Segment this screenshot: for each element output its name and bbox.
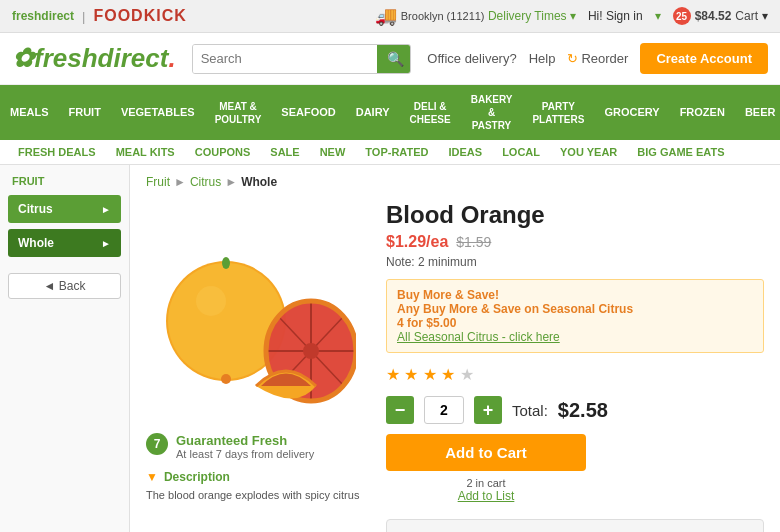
description-title: Description <box>164 470 230 484</box>
buy-more-sub: Any Buy More & Save on Seasonal Citrus <box>397 302 753 316</box>
add-to-list-link[interactable]: Add to List <box>386 489 586 503</box>
office-delivery-link[interactable]: Office delivery? <box>427 51 516 66</box>
svg-point-4 <box>222 257 230 269</box>
product-layout: 7 Guaranteed Fresh At least 7 days from … <box>146 201 764 532</box>
nav-item-party-platters[interactable]: PartyPlatters <box>522 85 594 140</box>
header: ✿freshdirect. 🔍 Office delivery? Help ↻ … <box>0 33 780 85</box>
buy-more-title: Buy More & Save! <box>397 288 753 302</box>
quantity-decrease-button[interactable]: − <box>386 396 414 424</box>
product-stars: ★ ★ ★ ★ ★ <box>386 365 764 384</box>
buy-more-link[interactable]: All Seasonal Citrus - click here <box>397 330 753 344</box>
desc-arrow-icon: ▼ <box>146 470 158 484</box>
subnav-you-year[interactable]: You Year <box>550 140 627 164</box>
subnav-local[interactable]: Local <box>492 140 550 164</box>
nav-item-dairy[interactable]: Dairy <box>346 85 400 140</box>
help-link[interactable]: Help <box>529 51 556 66</box>
star-3: ★ <box>423 366 437 383</box>
nav-item-fruit[interactable]: Fruit <box>59 85 111 140</box>
star-2: ★ <box>404 366 418 383</box>
nav-item-beer[interactable]: Beer <box>735 85 780 140</box>
cart-area[interactable]: 25 $84.52 Cart ▾ <box>673 7 768 25</box>
product-details: Blood Orange $1.29/ea $1.59 Note: 2 mini… <box>386 201 764 532</box>
description-header: ▼ Description <box>146 470 366 484</box>
product-image <box>146 201 366 421</box>
svg-point-11 <box>303 343 319 359</box>
subnav-ideas[interactable]: Ideas <box>439 140 493 164</box>
subnav-sale[interactable]: Sale <box>260 140 309 164</box>
delivery-info: 🚚 Brooklyn (11211) Delivery Times ▾ <box>375 5 576 27</box>
quantity-input[interactable] <box>424 396 464 424</box>
star-5: ★ <box>460 366 474 383</box>
main-nav: Meals Fruit Vegetables Meat &Poultry Sea… <box>0 85 780 140</box>
add-to-cart-button[interactable]: Add to Cart <box>386 434 586 471</box>
guaranteed-badge: 7 <box>146 433 168 455</box>
subnav-new[interactable]: New <box>310 140 356 164</box>
search-bar: 🔍 <box>192 44 412 74</box>
subnav-big-game-eats[interactable]: Big Game Eats <box>627 140 734 164</box>
sidebar-item-whole[interactable]: Whole ► <box>8 229 121 257</box>
quantity-row: − + Total: $2.58 <box>386 396 764 424</box>
nav-item-grocery[interactable]: Grocery <box>594 85 669 140</box>
svg-point-3 <box>221 374 231 384</box>
nav-item-meat-poultry[interactable]: Meat &Poultry <box>205 85 272 140</box>
sign-in-link[interactable]: Hi! Sign in <box>588 9 643 23</box>
reorder-icon: ↻ <box>567 51 578 66</box>
subnav-fresh-deals[interactable]: Fresh Deals <box>8 140 106 164</box>
minimum-note: Note: 2 minimum <box>386 255 764 269</box>
subnav-top-rated[interactable]: Top-Rated <box>355 140 438 164</box>
guaranteed-title: Guaranteed Fresh <box>176 433 287 448</box>
sidebar-title: Fruit <box>8 175 121 187</box>
back-button[interactable]: ◄ Back <box>8 273 121 299</box>
nav-item-seafood[interactable]: Seafood <box>271 85 345 140</box>
nav-item-meals[interactable]: Meals <box>0 85 59 140</box>
sidebar-item-citrus[interactable]: Citrus ► <box>8 195 121 223</box>
blood-orange-svg <box>156 211 356 411</box>
search-button[interactable]: 🔍 <box>377 45 412 73</box>
top-bar-branding: freshdirect | FOODKICK <box>12 7 187 25</box>
cart-label: Cart <box>735 9 758 23</box>
location-block: Brooklyn (11211) Delivery Times ▾ <box>401 9 576 23</box>
nav-item-bakery-pastry[interactable]: Bakery &Pastry <box>461 85 523 140</box>
delivery-times-link[interactable]: Delivery Times <box>488 9 567 23</box>
price-original: $1.59 <box>456 234 491 250</box>
breadcrumb-fruit[interactable]: Fruit <box>146 175 170 189</box>
guaranteed-fresh: 7 Guaranteed Fresh At least 7 days from … <box>146 433 366 460</box>
subnav-meal-kits[interactable]: Meal Kits <box>106 140 185 164</box>
breadcrumb-sep-1: ► <box>174 175 186 189</box>
top-bar-right: 🚚 Brooklyn (11211) Delivery Times ▾ Hi! … <box>375 5 768 27</box>
buy-more-deal: 4 for $5.00 <box>397 316 753 330</box>
quantity-increase-button[interactable]: + <box>474 396 502 424</box>
main-content: Fruit Citrus ► Whole ► ◄ Back Fruit ► Ci… <box>0 165 780 532</box>
foodkick-logo[interactable]: FOODKICK <box>93 7 186 25</box>
price-row: $1.29/ea $1.59 <box>386 233 764 251</box>
buy-more-box: Buy More & Save! Any Buy More & Save on … <box>386 279 764 353</box>
product-image-area: 7 Guaranteed Fresh At least 7 days from … <box>146 201 366 532</box>
sidebar-citrus-label: Citrus <box>18 202 53 216</box>
guaranteed-sub: At least 7 days from delivery <box>176 448 314 460</box>
back-label: ◄ Back <box>44 279 86 293</box>
location-text: Brooklyn (11211) <box>401 10 485 22</box>
like-that-box: Like That? You'll Love This. <box>386 519 764 532</box>
in-cart-info: 2 in cart <box>386 477 586 489</box>
sidebar: Fruit Citrus ► Whole ► ◄ Back <box>0 165 130 532</box>
breadcrumb-sep-2: ► <box>225 175 237 189</box>
description-section: ▼ Description The blood orange explodes … <box>146 470 366 503</box>
sidebar-whole-label: Whole <box>18 236 54 250</box>
top-bar: freshdirect | FOODKICK 🚚 Brooklyn (11211… <box>0 0 780 33</box>
cart-badge: 25 <box>673 7 691 25</box>
nav-item-frozen[interactable]: Frozen <box>670 85 735 140</box>
cart-total: $84.52 <box>695 9 732 23</box>
create-account-button[interactable]: Create Account <box>640 43 768 74</box>
breadcrumb-citrus[interactable]: Citrus <box>190 175 221 189</box>
total-label: Total: <box>512 402 548 419</box>
nav-item-deli-cheese[interactable]: Deli &Cheese <box>400 85 461 140</box>
search-input[interactable] <box>193 45 377 73</box>
star-1: ★ <box>386 366 400 383</box>
sidebar-citrus-arrow: ► <box>101 204 111 215</box>
logo[interactable]: ✿freshdirect. <box>12 43 176 74</box>
nav-item-vegetables[interactable]: Vegetables <box>111 85 205 140</box>
fd-logo-small: freshdirect <box>12 9 74 23</box>
breadcrumb: Fruit ► Citrus ► Whole <box>146 175 764 189</box>
subnav-coupons[interactable]: Coupons <box>185 140 261 164</box>
reorder-link[interactable]: ↻ Reorder <box>567 51 628 66</box>
